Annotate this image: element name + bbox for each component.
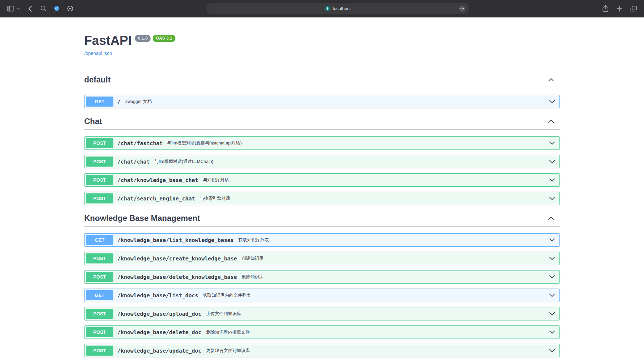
page-title: FastAPI 0.1.0 OAS 3.1 bbox=[84, 34, 560, 48]
method-badge: POST bbox=[86, 272, 113, 282]
expand-operation-icon[interactable] bbox=[549, 274, 555, 280]
method-badge: POST bbox=[86, 157, 113, 167]
operation-path: /chat/knowledge_base_chat bbox=[117, 177, 198, 183]
expand-operation-icon[interactable] bbox=[549, 140, 555, 146]
operation-description: 更新现有文件到知识库 bbox=[206, 348, 545, 354]
operation-path: /knowledge_base/list_knowledge_bases bbox=[117, 237, 234, 243]
operation-path: /chat/fastchat bbox=[117, 140, 163, 146]
toolbar-left-controls bbox=[0, 4, 74, 14]
operation-description: 删除知识库内指定文件 bbox=[206, 329, 545, 335]
expand-operation-icon[interactable] bbox=[549, 292, 555, 299]
operation-row[interactable]: POST/knowledge_base/delete_doc删除知识库内指定文件 bbox=[84, 325, 560, 339]
oas-badge: OAS 3.1 bbox=[153, 35, 175, 42]
operation-path: / bbox=[117, 99, 121, 105]
method-badge: POST bbox=[86, 346, 113, 356]
expand-operation-icon[interactable] bbox=[549, 329, 555, 336]
tag-section: ChatPOST/chat/fastchat与llm模型对话(直接与fastch… bbox=[84, 113, 560, 205]
method-badge: POST bbox=[86, 138, 113, 148]
operation-path: /knowledge_base/upload_doc bbox=[117, 311, 201, 317]
openapi-spec-link[interactable]: /openapi.json bbox=[84, 51, 112, 56]
expand-operation-icon[interactable] bbox=[549, 310, 555, 317]
operation-row[interactable]: POST/chat/fastchat与llm模型对话(直接与fastchat a… bbox=[84, 136, 560, 150]
method-badge: POST bbox=[86, 327, 113, 337]
section-header[interactable]: Knowledge Base Management bbox=[84, 210, 560, 227]
operation-description: 获取知识库列表 bbox=[238, 237, 545, 243]
operation-description: 创建知识库 bbox=[241, 255, 545, 261]
operation-row[interactable]: POST/knowledge_base/create_knowledge_bas… bbox=[84, 252, 560, 265]
operation-row[interactable]: POST/knowledge_base/update_doc更新现有文件到知识库 bbox=[84, 344, 560, 357]
extension-blue-icon[interactable] bbox=[52, 4, 61, 14]
operation-row[interactable]: GET/knowledge_base/list_docs获取知识库内的文件列表 bbox=[84, 289, 560, 302]
operation-description: 删除知识库 bbox=[241, 274, 545, 280]
tab-overview-icon[interactable] bbox=[629, 4, 638, 14]
section-operations: POST/chat/fastchat与llm模型对话(直接与fastchat a… bbox=[84, 136, 560, 205]
collapse-section-icon[interactable] bbox=[546, 75, 556, 84]
method-badge: GET bbox=[86, 290, 113, 300]
sidebar-chevron-down-icon[interactable] bbox=[16, 4, 21, 14]
operation-description: 与知识库对话 bbox=[203, 177, 545, 183]
address-bar[interactable]: localhost bbox=[207, 3, 469, 14]
toolbar-center: localhost bbox=[74, 3, 601, 14]
operation-path: /knowledge_base/list_docs bbox=[117, 292, 198, 299]
expand-operation-icon[interactable] bbox=[549, 177, 555, 183]
section-header[interactable]: Chat bbox=[84, 113, 560, 130]
operation-description: 与llm模型对话(直接与fastchat api对话) bbox=[167, 140, 545, 146]
operation-description: swagger 文档 bbox=[125, 99, 545, 105]
operation-row[interactable]: POST/chat/knowledge_base_chat与知识库对话 bbox=[84, 173, 560, 187]
tag-section: Knowledge Base ManagementGET/knowledge_b… bbox=[84, 210, 560, 362]
method-badge: POST bbox=[86, 193, 113, 203]
operation-row[interactable]: POST/chat/search_engine_chat与搜索引擎对话 bbox=[84, 192, 560, 205]
swagger-page: FastAPI 0.1.0 OAS 3.1 /openapi.json defa… bbox=[0, 17, 644, 362]
section-header[interactable]: default bbox=[84, 72, 560, 88]
collapse-section-icon[interactable] bbox=[546, 214, 556, 223]
section-title: default bbox=[84, 75, 111, 84]
version-badge: 0.1.0 bbox=[135, 35, 151, 42]
section-title: Chat bbox=[84, 117, 102, 126]
api-sections: defaultGET/swagger 文档ChatPOST/chat/fastc… bbox=[84, 72, 560, 362]
operation-description: 与搜索引擎对话 bbox=[200, 195, 545, 201]
operation-row[interactable]: GET/swagger 文档 bbox=[84, 95, 560, 108]
toolbar-right-controls bbox=[601, 4, 644, 14]
share-icon[interactable] bbox=[601, 4, 610, 14]
operation-row[interactable]: POST/chat/chat与llm模型对话(通过LLMChain) bbox=[84, 155, 560, 168]
sidebar-toggle-icon[interactable] bbox=[6, 4, 15, 14]
api-info: FastAPI 0.1.0 OAS 3.1 /openapi.json bbox=[84, 34, 560, 56]
api-title-text: FastAPI bbox=[84, 34, 131, 48]
expand-operation-icon[interactable] bbox=[549, 98, 555, 105]
section-operations: GET/knowledge_base/list_knowledge_bases获… bbox=[84, 233, 560, 362]
extension-circle-icon[interactable] bbox=[66, 4, 74, 14]
browser-toolbar: localhost bbox=[0, 0, 644, 17]
operation-row[interactable]: POST/knowledge_base/upload_doc上传文件到知识库 bbox=[84, 307, 560, 320]
expand-operation-icon[interactable] bbox=[549, 237, 555, 243]
expand-operation-icon[interactable] bbox=[549, 195, 555, 202]
section-operations: GET/swagger 文档 bbox=[84, 95, 560, 108]
new-tab-icon[interactable] bbox=[615, 4, 624, 14]
expand-operation-icon[interactable] bbox=[549, 347, 555, 354]
expand-operation-icon[interactable] bbox=[549, 255, 555, 262]
method-badge: GET bbox=[86, 97, 113, 107]
expand-operation-icon[interactable] bbox=[549, 158, 555, 165]
operation-row[interactable]: GET/knowledge_base/list_knowledge_bases获… bbox=[84, 233, 560, 247]
operation-path: /knowledge_base/update_doc bbox=[117, 348, 201, 354]
address-bar-url: localhost bbox=[333, 6, 351, 11]
method-badge: POST bbox=[86, 309, 113, 319]
collapse-section-icon[interactable] bbox=[546, 117, 556, 126]
operation-description: 上传文件到知识库 bbox=[206, 311, 545, 317]
tag-section: defaultGET/swagger 文档 bbox=[84, 72, 560, 108]
operation-description: 与llm模型对话(通过LLMChain) bbox=[154, 159, 545, 165]
operation-row[interactable]: POST/knowledge_base/delete_knowledge_bas… bbox=[84, 270, 560, 284]
ellipsis-icon[interactable] bbox=[459, 5, 466, 13]
method-badge: GET bbox=[86, 235, 113, 245]
operation-path: /knowledge_base/delete_knowledge_base bbox=[117, 274, 237, 280]
search-icon[interactable] bbox=[39, 4, 48, 14]
swagger-container: FastAPI 0.1.0 OAS 3.1 /openapi.json defa… bbox=[84, 17, 560, 362]
operation-path: /chat/search_engine_chat bbox=[117, 195, 195, 202]
operation-path: /chat/chat bbox=[117, 159, 150, 165]
section-title: Knowledge Base Management bbox=[84, 214, 200, 223]
method-badge: POST bbox=[86, 175, 113, 185]
operation-path: /knowledge_base/create_knowledge_base bbox=[117, 255, 237, 262]
site-favicon-icon bbox=[325, 6, 330, 11]
method-badge: POST bbox=[86, 253, 113, 263]
back-icon[interactable] bbox=[25, 4, 34, 14]
operation-description: 获取知识库内的文件列表 bbox=[203, 292, 545, 298]
